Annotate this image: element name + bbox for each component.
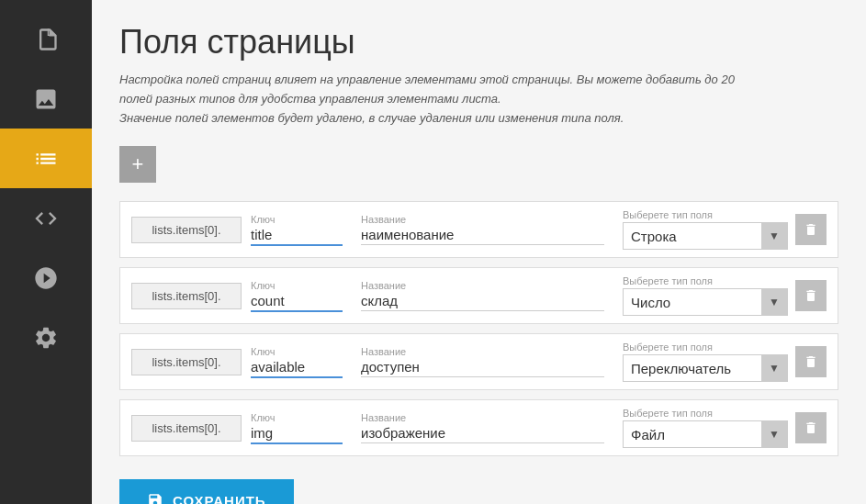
select-arrow-3[interactable]: ▼: [761, 421, 787, 447]
description: Настройка полей страниц влияет на управл…: [119, 71, 838, 128]
sidebar: [0, 0, 92, 504]
field-name-value-0: наименование: [361, 227, 604, 245]
trash-icon-3: [804, 420, 818, 435]
field-key-value-2: available: [251, 359, 343, 378]
field-name-value-3: изображение: [361, 425, 604, 443]
field-row: lists.items[0]. Ключ title Название наим…: [119, 201, 838, 258]
field-type-label-2: Выберете тип поля: [623, 342, 788, 353]
field-key-group-3: Ключ img: [251, 412, 343, 444]
add-field-button[interactable]: +: [119, 146, 156, 183]
delete-field-button-0[interactable]: [795, 214, 827, 245]
field-row: lists.items[0]. Ключ available Название …: [119, 333, 838, 390]
field-type-select-2[interactable]: СтрокаЧислоПереключательФайл: [624, 357, 761, 380]
save-button-label: СОХРАНИТЬ: [173, 493, 266, 504]
field-name-value-2: доступен: [361, 359, 604, 377]
field-type-group-1: Выберете тип поля СтрокаЧислоПереключате…: [623, 275, 788, 316]
field-name-group-0: Название наименование: [361, 214, 604, 245]
field-prefix-0: lists.items[0].: [131, 217, 242, 243]
field-name-group-1: Название склад: [361, 280, 604, 311]
field-key-value-1: count: [251, 293, 343, 312]
field-type-label-3: Выберете тип поля: [623, 408, 788, 419]
trash-icon-1: [804, 288, 818, 303]
field-type-label-1: Выберете тип поля: [623, 275, 788, 286]
delete-field-button-2[interactable]: [795, 346, 827, 377]
main-content: Поля страницы Настройка полей страниц вл…: [92, 0, 866, 504]
code-icon: [33, 206, 59, 231]
field-type-select-3[interactable]: СтрокаЧислоПереключательФайл: [624, 423, 761, 446]
trash-icon-2: [804, 354, 818, 369]
description-line2: полей разных типов для удобства управлен…: [119, 92, 501, 106]
delete-field-button-3[interactable]: [795, 412, 827, 443]
field-select-wrapper-0: СтрокаЧислоПереключательФайл ▼: [623, 222, 788, 250]
field-name-group-3: Название изображение: [361, 412, 604, 443]
description-line3: Значение полей элементов будет удалено, …: [119, 111, 624, 125]
page-title: Поля страницы: [119, 23, 838, 62]
field-key-group-1: Ключ count: [251, 280, 343, 312]
field-name-label-2: Название: [361, 346, 604, 357]
save-icon: [147, 492, 163, 504]
sidebar-item-code[interactable]: [0, 188, 92, 248]
image-icon: [33, 86, 59, 112]
list-icon: [33, 146, 59, 172]
trash-icon-0: [804, 222, 818, 237]
field-type-select-1[interactable]: СтрокаЧислоПереключательФайл: [624, 291, 761, 314]
field-name-label-3: Название: [361, 412, 604, 423]
fields-list: lists.items[0]. Ключ title Название наим…: [119, 201, 838, 456]
field-type-label-0: Выберете тип поля: [623, 209, 788, 220]
sidebar-item-image[interactable]: [0, 69, 92, 129]
field-name-label-0: Название: [361, 214, 604, 225]
select-arrow-0[interactable]: ▼: [761, 223, 787, 249]
field-type-group-3: Выберете тип поля СтрокаЧислоПереключате…: [623, 408, 788, 448]
select-arrow-2[interactable]: ▼: [761, 355, 787, 381]
field-type-group-2: Выберете тип поля СтрокаЧислоПереключате…: [623, 342, 788, 382]
sidebar-item-list[interactable]: [0, 129, 92, 188]
field-name-label-1: Название: [361, 280, 604, 291]
field-select-wrapper-2: СтрокаЧислоПереключательФайл ▼: [623, 354, 788, 382]
sidebar-item-handshake[interactable]: [0, 248, 92, 308]
field-key-label-0: Ключ: [251, 214, 343, 225]
field-key-group-2: Ключ available: [251, 346, 343, 378]
save-button[interactable]: СОХРАНИТЬ: [119, 479, 294, 504]
sidebar-item-settings[interactable]: [0, 308, 92, 367]
field-key-label-1: Ключ: [251, 280, 343, 291]
field-key-value-3: img: [251, 425, 343, 444]
field-name-value-1: склад: [361, 293, 604, 311]
field-prefix-3: lists.items[0].: [131, 415, 242, 442]
field-key-value-0: title: [251, 227, 343, 246]
field-type-group-0: Выберете тип поля СтрокаЧислоПереключате…: [623, 209, 788, 250]
field-name-group-2: Название доступен: [361, 346, 604, 377]
field-key-label-2: Ключ: [251, 346, 343, 357]
field-prefix-1: lists.items[0].: [131, 283, 242, 309]
field-select-wrapper-1: СтрокаЧислоПереключательФайл ▼: [623, 288, 788, 316]
field-row: lists.items[0]. Ключ img Название изобра…: [119, 399, 838, 456]
handshake-icon: [33, 265, 59, 291]
description-line1: Настройка полей страниц влияет на управл…: [119, 73, 735, 86]
delete-field-button-1[interactable]: [795, 280, 827, 311]
sidebar-item-files[interactable]: [0, 9, 92, 69]
field-select-wrapper-3: СтрокаЧислоПереключательФайл ▼: [623, 420, 788, 448]
field-key-label-3: Ключ: [251, 412, 343, 423]
field-row: lists.items[0]. Ключ count Название скла…: [119, 267, 838, 324]
field-key-group-0: Ключ title: [251, 214, 343, 246]
field-type-select-0[interactable]: СтрокаЧислоПереключательФайл: [624, 225, 761, 248]
field-prefix-2: lists.items[0].: [131, 349, 242, 375]
settings-icon: [33, 325, 59, 351]
files-icon: [33, 27, 59, 52]
select-arrow-1[interactable]: ▼: [761, 289, 787, 315]
